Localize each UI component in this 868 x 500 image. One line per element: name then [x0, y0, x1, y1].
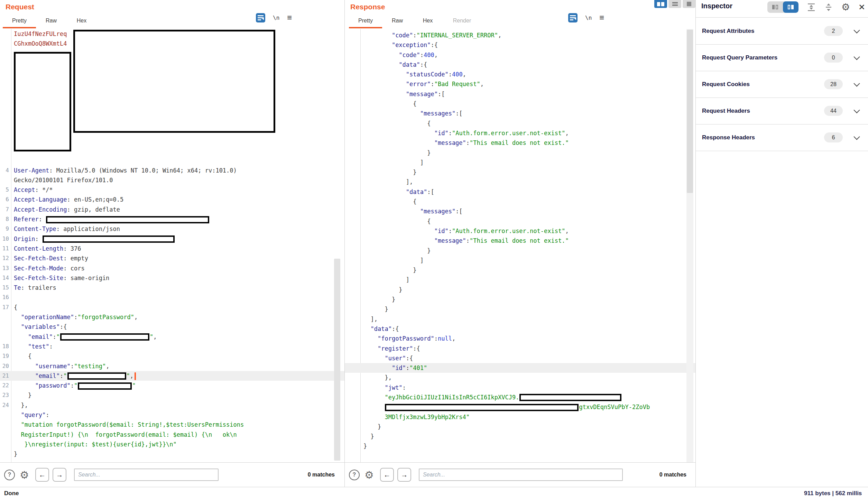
- code-line: "operationName":"forgotPassword",: [0, 312, 344, 322]
- inspector-panel: Inspector ⚙ ✕ Request Attributes2Request…: [696, 0, 868, 487]
- dock-left-icon[interactable]: [767, 1, 783, 13]
- tab-raw[interactable]: Raw: [36, 14, 66, 28]
- code-line: 19 {: [0, 351, 344, 361]
- help-icon[interactable]: ?: [4, 470, 15, 480]
- chevron-down-icon[interactable]: [853, 107, 860, 113]
- section-label: Request Query Parameters: [702, 54, 777, 61]
- code-line: "message":[: [345, 89, 695, 99]
- inspector-title: Inspector: [701, 2, 732, 10]
- code-line: 24 },: [0, 400, 344, 410]
- code-line: gtxvDEqnSVuPbY-2ZoVb: [345, 402, 695, 412]
- editor-menu-icon[interactable]: ≡: [287, 14, 292, 21]
- redaction-box: [60, 333, 149, 341]
- count-badge: 6: [824, 132, 843, 142]
- line-number: 6: [0, 195, 9, 204]
- dock-right-icon[interactable]: [783, 1, 798, 13]
- rows-layout-icon[interactable]: [668, 0, 681, 8]
- chevron-down-icon[interactable]: [853, 80, 860, 86]
- next-match-button[interactable]: →: [397, 468, 411, 482]
- inspector-section-request-headers[interactable]: Request Headers44: [696, 98, 868, 124]
- inspector-section-response-headers[interactable]: Response Headers6: [696, 124, 868, 151]
- collapse-all-icon[interactable]: [807, 3, 816, 12]
- search-settings-gear-icon[interactable]: ⚙: [364, 470, 374, 480]
- code-line: 23 }: [0, 390, 344, 400]
- code-line: "error":"Bad Request",: [345, 79, 695, 89]
- request-find-bar: ? ⚙ ← → 0 matches: [0, 462, 344, 487]
- code-line: }: [345, 422, 695, 432]
- line-number: 7: [0, 205, 9, 214]
- next-match-button[interactable]: →: [53, 468, 66, 482]
- redaction-box: [67, 372, 126, 380]
- burp-repeater-window: Request PrettyRawHex \n ≡ IuzU4fNezFULre…: [0, 0, 868, 500]
- response-pane-icons: \n ≡: [568, 12, 604, 23]
- inspector-close-icon[interactable]: ✕: [858, 2, 865, 12]
- request-editor[interactable]: IuzU4fNezFULreqCGhxmOoQ8WXmtL44User-Agen…: [0, 29, 344, 463]
- redaction-box: [46, 216, 209, 223]
- code-line: ],: [345, 177, 695, 187]
- line-number: 22: [0, 381, 9, 390]
- search-settings-gear-icon[interactable]: ⚙: [20, 470, 29, 480]
- line-number: 14: [0, 273, 9, 283]
- section-label: Response Headers: [702, 134, 755, 141]
- previous-match-button[interactable]: ←: [380, 468, 394, 482]
- response-scrollbar[interactable]: [687, 30, 693, 193]
- code-line: }: [0, 449, 344, 459]
- chevron-down-icon[interactable]: [853, 54, 860, 60]
- line-number: 11: [0, 244, 9, 253]
- tab-hex[interactable]: Hex: [66, 14, 97, 28]
- tab-pretty[interactable]: Pretty: [349, 14, 382, 28]
- help-icon[interactable]: ?: [349, 470, 360, 480]
- word-wrap-icon[interactable]: [256, 13, 265, 22]
- response-search-input[interactable]: [419, 469, 623, 481]
- request-search-input[interactable]: [74, 469, 219, 481]
- response-viewer[interactable]: "code":"INTERNAL_SERVER_ERROR", "excepti…: [345, 29, 695, 463]
- chevron-down-icon[interactable]: [853, 27, 860, 33]
- inspector-settings-gear-icon[interactable]: ⚙: [841, 3, 850, 11]
- code-line: "email":"",: [0, 332, 344, 342]
- show-newlines-button[interactable]: \n: [585, 15, 592, 21]
- count-badge: 0: [824, 53, 843, 63]
- tab-render[interactable]: Render: [443, 14, 481, 28]
- request-scrollbar[interactable]: [334, 259, 340, 461]
- code-line: "exception":{: [345, 40, 695, 50]
- response-size-timing: 911 bytes | 562 millis: [804, 490, 862, 497]
- inspector-section-request-cookies[interactable]: Request Cookies28: [696, 71, 868, 98]
- word-wrap-icon[interactable]: [568, 13, 578, 22]
- inspector-section-request-query-parameters[interactable]: Request Query Parameters0: [696, 44, 868, 71]
- request-pane-icons: \n ≡: [256, 12, 292, 23]
- code-line: "data":[: [345, 187, 695, 197]
- request-tabs: PrettyRawHex: [3, 14, 97, 28]
- code-line: 20 "username":"testing",: [0, 361, 344, 371]
- code-line: }: [345, 285, 695, 295]
- tab-pretty[interactable]: Pretty: [3, 14, 36, 28]
- code-line: "id":"Auth.form.error.user.not-exist",: [345, 128, 695, 138]
- code-line: ],: [345, 314, 695, 324]
- request-panel-title: Request: [6, 3, 34, 11]
- tab-raw[interactable]: Raw: [382, 14, 413, 28]
- chevron-down-icon[interactable]: [853, 133, 860, 140]
- inspector-section-request-attributes[interactable]: Request Attributes2: [696, 18, 868, 45]
- single-layout-icon[interactable]: [683, 0, 695, 8]
- editor-menu-icon[interactable]: ≡: [599, 14, 604, 21]
- previous-match-button[interactable]: ←: [35, 468, 49, 482]
- expand-all-icon[interactable]: [824, 3, 833, 12]
- code-line: }: [345, 295, 695, 304]
- code-line: {: [345, 216, 695, 226]
- code-line: "eyJhbGciOiJIUzI1NiIsInR5cCI6IkpXVCJ9.: [345, 392, 695, 402]
- code-line: {: [345, 99, 695, 109]
- code-line: 21 "email":"",: [0, 371, 344, 381]
- line-number: 18: [0, 342, 9, 351]
- code-line: Gecko/20100101 Firefox/101.0: [0, 175, 344, 185]
- line-number: 16: [0, 293, 9, 302]
- count-badge: 28: [824, 79, 843, 89]
- text-caret: [135, 372, 136, 380]
- code-line: 15Te: trailers: [0, 283, 344, 293]
- tab-hex[interactable]: Hex: [413, 14, 443, 28]
- code-line: {: [345, 197, 695, 206]
- show-newlines-button[interactable]: \n: [273, 15, 279, 21]
- response-panel: Response PrettyRawHexRender \n ≡ "code":…: [345, 0, 695, 487]
- code-line: "id":"Auth.form.error.user.not-exist",: [345, 226, 695, 236]
- columns-layout-icon[interactable]: [654, 0, 667, 8]
- code-line: "user":{: [345, 353, 695, 363]
- line-number: 9: [0, 224, 9, 234]
